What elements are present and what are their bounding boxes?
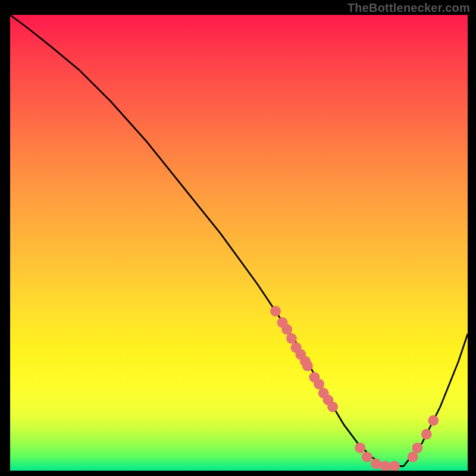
- curve-marker: [380, 461, 391, 471]
- curve-marker: [362, 452, 372, 462]
- curve-marker: [302, 361, 313, 371]
- curve-marker: [428, 415, 439, 426]
- curve-marker: [389, 461, 400, 471]
- bottleneck-curve: [10, 15, 468, 466]
- curve-marker: [314, 378, 324, 389]
- curve-marker: [327, 402, 338, 412]
- curve-marker: [371, 459, 381, 469]
- curve-markers: [270, 306, 439, 471]
- curve-marker: [412, 443, 422, 453]
- attribution-label: TheBottlenecker.com: [347, 1, 470, 15]
- curve-marker: [408, 452, 418, 462]
- plot-area: [10, 15, 468, 471]
- curve-marker: [355, 443, 365, 453]
- curve-marker: [270, 306, 281, 317]
- chart-stage: TheBottlenecker.com: [0, 0, 476, 476]
- chart-overlay: [10, 15, 468, 471]
- curve-marker: [286, 333, 297, 344]
- curve-marker: [421, 429, 432, 440]
- curve-marker: [281, 324, 292, 335]
